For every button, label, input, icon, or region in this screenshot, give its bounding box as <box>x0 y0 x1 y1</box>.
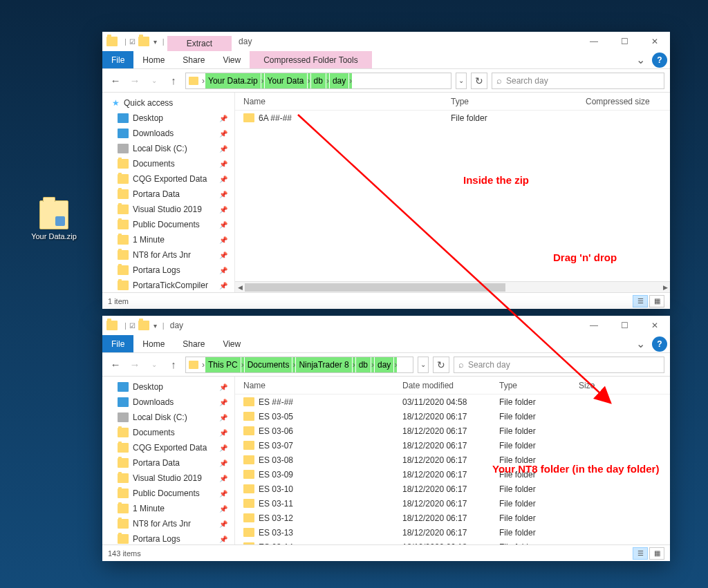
breadcrumb-dropdown-icon[interactable]: ⌄ <box>418 357 429 373</box>
column-type[interactable]: Type <box>496 381 576 390</box>
nav-back-button[interactable]: ← <box>108 75 123 86</box>
sidebar-item[interactable]: Public Documents📌 <box>102 486 234 501</box>
close-button[interactable]: ✕ <box>640 32 670 51</box>
column-name[interactable]: Name <box>241 381 400 390</box>
minimize-button[interactable]: — <box>579 316 609 335</box>
titlebar[interactable]: |☑ ▾| Extract day — ☐ ✕ <box>102 32 670 51</box>
breadcrumb[interactable]: › This PC›Documents›NinjaTrader 8›db›day… <box>185 357 413 373</box>
sidebar-item[interactable]: CQG Exported Data📌 <box>102 171 234 187</box>
view-large-icons-button[interactable]: ▦ <box>649 295 664 307</box>
sidebar-item[interactable]: Local Disk (C:)📌 <box>102 141 234 156</box>
nav-forward-button[interactable]: → <box>127 359 142 370</box>
horizontal-scrollbar[interactable]: ◀ ▶ <box>235 281 670 292</box>
breadcrumb-segment[interactable]: Documents <box>245 357 292 372</box>
navigation-pane[interactable]: ★ Quick access Desktop📌Downloads📌Local D… <box>102 93 235 292</box>
ribbon-tab-share[interactable]: Share <box>174 51 214 68</box>
file-row[interactable]: ES 03-0918/12/2020 06:17File folder <box>235 467 670 482</box>
sidebar-item[interactable]: Visual Studio 2019📌 <box>102 471 234 486</box>
sidebar-item[interactable]: Documents📌 <box>102 156 234 171</box>
sidebar-item[interactable]: Visual Studio 2019📌 <box>102 202 234 217</box>
sidebar-item[interactable]: NT8 for Arts Jnr📌 <box>102 247 234 263</box>
file-row[interactable]: ES 03-1018/12/2020 06:17File folder <box>235 482 670 496</box>
maximize-button[interactable]: ☐ <box>609 316 640 335</box>
refresh-button[interactable]: ↻ <box>471 73 487 89</box>
scrollbar-thumb[interactable] <box>245 283 505 292</box>
file-row[interactable]: ES 03-0718/12/2020 06:17File folder <box>235 438 670 453</box>
close-button[interactable]: ✕ <box>640 316 670 335</box>
column-type[interactable]: Type <box>448 97 583 106</box>
sidebar-item[interactable]: CQG Exported Data📌 <box>102 440 234 455</box>
column-date[interactable]: Date modified <box>400 381 496 390</box>
sidebar-item[interactable]: Portara Logs📌 <box>102 263 234 278</box>
file-row[interactable]: ES ##-##03/11/2020 04:58File folder <box>235 395 670 409</box>
sidebar-item[interactable]: Public Documents📌 <box>102 217 234 232</box>
ribbon-tab-view[interactable]: View <box>214 335 250 352</box>
sidebar-item[interactable]: NT8 for Arts Jnr📌 <box>102 516 234 531</box>
column-name[interactable]: Name <box>241 97 448 106</box>
breadcrumb-segment[interactable]: day <box>330 73 348 88</box>
file-row[interactable]: ES 03-0818/12/2020 06:17File folder <box>235 453 670 467</box>
column-size[interactable]: Size <box>576 381 670 390</box>
ribbon-expand-icon[interactable]: ⌄ <box>631 335 649 352</box>
sidebar-item[interactable]: Desktop📌 <box>102 111 234 126</box>
help-button[interactable]: ? <box>652 53 667 68</box>
sidebar-item[interactable]: Downloads📌 <box>102 126 234 141</box>
file-row[interactable]: ES 03-1118/12/2020 06:17File folder <box>235 496 670 511</box>
desktop-file-your-data-zip[interactable]: Your Data.zip <box>28 200 80 240</box>
file-row[interactable]: ES 03-1218/12/2020 06:17File folder <box>235 511 670 525</box>
search-input[interactable]: ⌕ Search day <box>492 73 664 89</box>
sidebar-item[interactable]: 1 Minute📌 <box>102 501 234 516</box>
file-row[interactable]: ES 03-1318/12/2020 06:17File folder <box>235 525 670 540</box>
ribbon-tab-home[interactable]: Home <box>133 51 174 68</box>
qat-toggle-icon[interactable]: ☑ <box>129 38 136 46</box>
view-details-button[interactable]: ☰ <box>633 295 648 307</box>
ribbon-expand-icon[interactable]: ⌄ <box>631 51 649 68</box>
view-details-button[interactable]: ☰ <box>633 547 648 560</box>
breadcrumb-segment[interactable]: NinjaTrader 8 <box>296 357 351 372</box>
sidebar-item[interactable]: 1 Minute📌 <box>102 232 234 247</box>
navigation-pane[interactable]: Desktop📌Downloads📌Local Disk (C:)📌Docume… <box>102 377 235 544</box>
column-compressed-size[interactable]: Compressed size <box>583 97 670 106</box>
breadcrumb-dropdown-icon[interactable]: ⌄ <box>456 73 467 89</box>
search-input[interactable]: ⌕ Search day <box>454 357 664 373</box>
nav-up-button[interactable]: ↑ <box>166 359 181 370</box>
scroll-right-icon[interactable]: ▶ <box>660 282 670 292</box>
breadcrumb-segment[interactable]: day <box>375 357 393 372</box>
column-headers[interactable]: Name Type Compressed size <box>235 93 670 111</box>
ribbon-tab-share[interactable]: Share <box>174 335 214 352</box>
breadcrumb-segment[interactable]: This PC <box>205 357 241 372</box>
sidebar-item[interactable]: Portara Logs📌 <box>102 531 234 544</box>
help-button[interactable]: ? <box>652 336 667 352</box>
breadcrumb-segment[interactable]: db <box>356 357 371 372</box>
sidebar-item[interactable]: Local Disk (C:)📌 <box>102 410 234 425</box>
qat-toggle-icon[interactable]: ☑ <box>129 322 136 330</box>
file-row[interactable]: ES 03-1418/12/2020 06:18File folder <box>235 540 670 544</box>
sidebar-item[interactable]: Portara Data📌 <box>102 187 234 202</box>
nav-back-button[interactable]: ← <box>108 359 123 370</box>
nav-recent-icon[interactable]: ⌄ <box>147 77 162 84</box>
ribbon-tab-file[interactable]: File <box>102 51 133 68</box>
sidebar-item[interactable]: Portara Data📌 <box>102 455 234 471</box>
ribbon-tab-compressed-tools[interactable]: Compressed Folder Tools <box>250 51 372 68</box>
nav-recent-icon[interactable]: ⌄ <box>147 361 162 368</box>
refresh-button[interactable]: ↻ <box>433 357 449 373</box>
sidebar-item[interactable]: PortaraTickCompiler📌 <box>102 278 234 292</box>
nav-forward-button[interactable]: → <box>127 75 142 86</box>
breadcrumb-segment[interactable]: Your Data <box>265 73 307 88</box>
sidebar-quick-access[interactable]: ★ Quick access <box>102 95 234 111</box>
scroll-left-icon[interactable]: ◀ <box>235 282 245 292</box>
maximize-button[interactable]: ☐ <box>609 32 640 51</box>
file-row[interactable]: ES 03-0518/12/2020 06:17File folder <box>235 409 670 424</box>
sidebar-item[interactable]: Documents📌 <box>102 425 234 440</box>
column-headers[interactable]: Name Date modified Type Size <box>235 377 670 395</box>
breadcrumb-segment[interactable]: Your Data.zip <box>205 73 261 88</box>
titlebar[interactable]: |☑ ▾| day — ☐ ✕ <box>102 316 670 335</box>
view-large-icons-button[interactable]: ▦ <box>649 547 664 560</box>
file-list[interactable]: 6A ##-##File folder <box>235 111 670 281</box>
sidebar-item[interactable]: Desktop📌 <box>102 379 234 395</box>
breadcrumb-segment[interactable]: db <box>311 73 326 88</box>
ribbon-tab-home[interactable]: Home <box>133 335 174 352</box>
nav-up-button[interactable]: ↑ <box>166 75 181 86</box>
ribbon-tab-view[interactable]: View <box>214 51 250 68</box>
ribbon-tab-file[interactable]: File <box>102 335 133 352</box>
